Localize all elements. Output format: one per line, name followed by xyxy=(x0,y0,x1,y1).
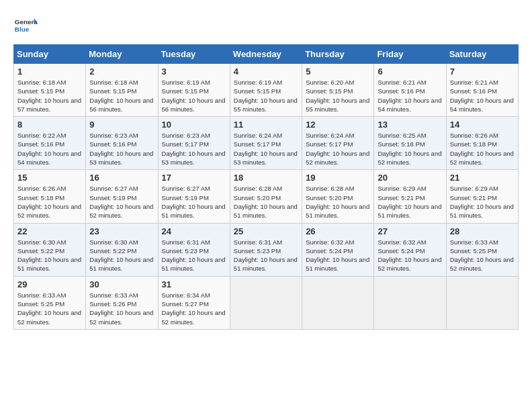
day-info: Sunrise: 6:19 AM Sunset: 5:15 PM Dayligh… xyxy=(234,78,298,113)
day-number: 28 xyxy=(450,226,515,236)
calendar-day-cell xyxy=(230,276,302,329)
day-of-week-header: Monday xyxy=(86,45,158,64)
calendar-day-cell xyxy=(374,276,446,329)
day-info: Sunrise: 6:27 AM Sunset: 5:19 PM Dayligh… xyxy=(162,184,226,220)
calendar-day-cell: 13 Sunrise: 6:25 AM Sunset: 5:18 PM Dayl… xyxy=(374,117,446,170)
calendar-day-cell: 2 Sunrise: 6:18 AM Sunset: 5:15 PM Dayli… xyxy=(86,64,158,117)
day-info: Sunrise: 6:31 AM Sunset: 5:23 PM Dayligh… xyxy=(162,238,226,273)
day-number: 2 xyxy=(89,66,154,77)
calendar-day-cell: 24 Sunrise: 6:31 AM Sunset: 5:23 PM Dayl… xyxy=(158,223,230,276)
day-info: Sunrise: 6:19 AM Sunset: 5:15 PM Dayligh… xyxy=(162,78,226,113)
day-number: 21 xyxy=(450,173,515,183)
day-number: 14 xyxy=(450,120,515,130)
calendar-day-cell: 29 Sunrise: 6:33 AM Sunset: 5:25 PM Dayl… xyxy=(14,276,86,329)
calendar-day-cell: 22 Sunrise: 6:30 AM Sunset: 5:22 PM Dayl… xyxy=(14,223,86,276)
day-number: 1 xyxy=(17,66,82,77)
calendar-week-row: 22 Sunrise: 6:30 AM Sunset: 5:22 PM Dayl… xyxy=(14,223,519,276)
calendar-day-cell: 28 Sunrise: 6:33 AM Sunset: 5:25 PM Dayl… xyxy=(446,223,518,276)
calendar-day-cell xyxy=(302,276,374,329)
day-number: 5 xyxy=(306,66,370,77)
calendar-day-cell xyxy=(446,276,518,329)
day-number: 19 xyxy=(306,173,370,183)
day-number: 25 xyxy=(234,226,298,236)
day-info: Sunrise: 6:30 AM Sunset: 5:22 PM Dayligh… xyxy=(17,238,82,273)
calendar-day-cell: 19 Sunrise: 6:28 AM Sunset: 5:20 PM Dayl… xyxy=(302,170,374,223)
day-number: 9 xyxy=(89,120,154,130)
day-info: Sunrise: 6:23 AM Sunset: 5:16 PM Dayligh… xyxy=(89,131,154,167)
day-info: Sunrise: 6:20 AM Sunset: 5:15 PM Dayligh… xyxy=(306,78,370,113)
day-info: Sunrise: 6:29 AM Sunset: 5:21 PM Dayligh… xyxy=(378,184,442,220)
calendar-day-cell: 21 Sunrise: 6:29 AM Sunset: 5:21 PM Dayl… xyxy=(446,170,518,223)
calendar-table: SundayMondayTuesdayWednesdayThursdayFrid… xyxy=(13,44,519,330)
day-info: Sunrise: 6:33 AM Sunset: 5:25 PM Dayligh… xyxy=(450,238,515,273)
calendar-day-cell: 16 Sunrise: 6:27 AM Sunset: 5:19 PM Dayl… xyxy=(86,170,158,223)
calendar-day-cell: 4 Sunrise: 6:19 AM Sunset: 5:15 PM Dayli… xyxy=(230,64,302,117)
calendar-day-cell: 14 Sunrise: 6:26 AM Sunset: 5:18 PM Dayl… xyxy=(446,117,518,170)
day-number: 16 xyxy=(89,173,154,183)
day-of-week-header: Friday xyxy=(374,45,446,64)
day-number: 27 xyxy=(378,226,442,236)
day-info: Sunrise: 6:28 AM Sunset: 5:20 PM Dayligh… xyxy=(234,184,298,220)
day-info: Sunrise: 6:24 AM Sunset: 5:17 PM Dayligh… xyxy=(306,131,370,167)
calendar-day-cell: 6 Sunrise: 6:21 AM Sunset: 5:16 PM Dayli… xyxy=(374,64,446,117)
day-number: 20 xyxy=(378,173,442,183)
day-of-week-header: Sunday xyxy=(14,45,86,64)
calendar-day-cell: 27 Sunrise: 6:32 AM Sunset: 5:24 PM Dayl… xyxy=(374,223,446,276)
calendar-day-cell: 7 Sunrise: 6:21 AM Sunset: 5:16 PM Dayli… xyxy=(446,64,518,117)
day-info: Sunrise: 6:26 AM Sunset: 5:18 PM Dayligh… xyxy=(17,184,82,220)
day-number: 24 xyxy=(162,226,226,236)
calendar-day-cell: 15 Sunrise: 6:26 AM Sunset: 5:18 PM Dayl… xyxy=(14,170,86,223)
calendar-day-cell: 25 Sunrise: 6:31 AM Sunset: 5:23 PM Dayl… xyxy=(230,223,302,276)
day-of-week-header: Wednesday xyxy=(230,45,302,64)
day-number: 22 xyxy=(17,226,82,236)
day-number: 10 xyxy=(162,120,226,130)
day-info: Sunrise: 6:21 AM Sunset: 5:16 PM Dayligh… xyxy=(450,78,515,113)
svg-text:Blue: Blue xyxy=(15,26,30,33)
calendar-day-cell: 12 Sunrise: 6:24 AM Sunset: 5:17 PM Dayl… xyxy=(302,117,374,170)
logo: General Blue xyxy=(13,13,38,38)
day-number: 12 xyxy=(306,120,370,130)
calendar-day-cell: 18 Sunrise: 6:28 AM Sunset: 5:20 PM Dayl… xyxy=(230,170,302,223)
calendar-week-row: 29 Sunrise: 6:33 AM Sunset: 5:25 PM Dayl… xyxy=(14,276,519,329)
day-number: 31 xyxy=(162,279,226,289)
day-number: 11 xyxy=(234,120,298,130)
calendar-week-row: 15 Sunrise: 6:26 AM Sunset: 5:18 PM Dayl… xyxy=(14,170,519,223)
day-info: Sunrise: 6:34 AM Sunset: 5:27 PM Dayligh… xyxy=(162,291,226,326)
calendar-day-cell: 20 Sunrise: 6:29 AM Sunset: 5:21 PM Dayl… xyxy=(374,170,446,223)
logo-icon: General Blue xyxy=(13,13,38,38)
day-info: Sunrise: 6:22 AM Sunset: 5:16 PM Dayligh… xyxy=(17,131,82,167)
day-of-week-header: Tuesday xyxy=(158,45,230,64)
day-info: Sunrise: 6:21 AM Sunset: 5:16 PM Dayligh… xyxy=(378,78,442,113)
day-of-week-header: Thursday xyxy=(302,45,374,64)
day-info: Sunrise: 6:31 AM Sunset: 5:23 PM Dayligh… xyxy=(234,238,298,273)
day-info: Sunrise: 6:27 AM Sunset: 5:19 PM Dayligh… xyxy=(89,184,154,220)
day-of-week-row: SundayMondayTuesdayWednesdayThursdayFrid… xyxy=(14,45,519,64)
day-number: 3 xyxy=(162,66,226,77)
calendar-day-cell: 11 Sunrise: 6:24 AM Sunset: 5:17 PM Dayl… xyxy=(230,117,302,170)
calendar-day-cell: 31 Sunrise: 6:34 AM Sunset: 5:27 PM Dayl… xyxy=(158,276,230,329)
day-number: 7 xyxy=(450,66,515,77)
calendar-day-cell: 30 Sunrise: 6:33 AM Sunset: 5:26 PM Dayl… xyxy=(86,276,158,329)
calendar-day-cell: 10 Sunrise: 6:23 AM Sunset: 5:17 PM Dayl… xyxy=(158,117,230,170)
day-number: 4 xyxy=(234,66,298,77)
calendar-day-cell: 17 Sunrise: 6:27 AM Sunset: 5:19 PM Dayl… xyxy=(158,170,230,223)
day-info: Sunrise: 6:33 AM Sunset: 5:26 PM Dayligh… xyxy=(89,291,154,326)
day-number: 26 xyxy=(306,226,370,236)
day-number: 30 xyxy=(89,279,154,289)
day-info: Sunrise: 6:25 AM Sunset: 5:18 PM Dayligh… xyxy=(378,131,442,167)
day-number: 13 xyxy=(378,120,442,130)
day-info: Sunrise: 6:32 AM Sunset: 5:24 PM Dayligh… xyxy=(306,238,370,273)
calendar-day-cell: 1 Sunrise: 6:18 AM Sunset: 5:15 PM Dayli… xyxy=(14,64,86,117)
day-info: Sunrise: 6:23 AM Sunset: 5:17 PM Dayligh… xyxy=(162,131,226,167)
day-info: Sunrise: 6:33 AM Sunset: 5:25 PM Dayligh… xyxy=(17,291,82,326)
day-number: 23 xyxy=(89,226,154,236)
calendar-day-cell: 3 Sunrise: 6:19 AM Sunset: 5:15 PM Dayli… xyxy=(158,64,230,117)
day-info: Sunrise: 6:18 AM Sunset: 5:15 PM Dayligh… xyxy=(17,78,82,113)
day-number: 29 xyxy=(17,279,82,289)
day-of-week-header: Saturday xyxy=(446,45,518,64)
day-number: 15 xyxy=(17,173,82,183)
calendar-day-cell: 23 Sunrise: 6:30 AM Sunset: 5:22 PM Dayl… xyxy=(86,223,158,276)
day-info: Sunrise: 6:32 AM Sunset: 5:24 PM Dayligh… xyxy=(378,238,442,273)
calendar-day-cell: 26 Sunrise: 6:32 AM Sunset: 5:24 PM Dayl… xyxy=(302,223,374,276)
calendar-body: 1 Sunrise: 6:18 AM Sunset: 5:15 PM Dayli… xyxy=(14,64,519,330)
